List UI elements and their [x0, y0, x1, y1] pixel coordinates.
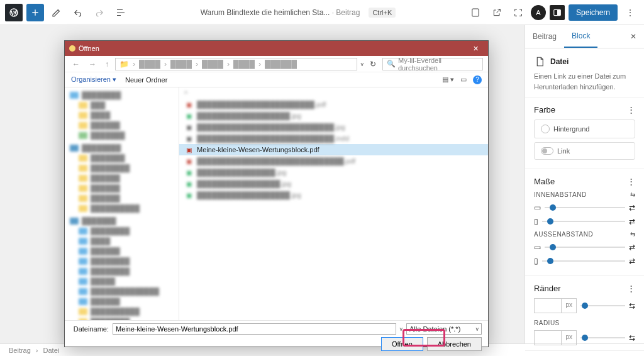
- redo-icon[interactable]: [91, 4, 108, 21]
- help-icon[interactable]: ?: [473, 75, 482, 84]
- section-more-icon[interactable]: ⋮: [627, 177, 635, 186]
- sidebar-toggle-icon[interactable]: [550, 5, 565, 20]
- nav-up-icon[interactable]: ↑: [103, 58, 111, 70]
- section-more-icon[interactable]: ⋮: [627, 284, 635, 293]
- doc-title: Warum Blindtexte die heimlichen Sta...: [201, 8, 330, 17]
- publish-button[interactable]: Speichern: [569, 4, 618, 21]
- editor-canvas: Öffnen ✕ ← → ↑ 📁›████›████›████›████›███…: [0, 25, 525, 343]
- dialog-nav-bar: ← → ↑ 📁›████›████›████›████›██████ v ↻ 🔍…: [65, 56, 488, 72]
- search-field[interactable]: 🔍My-lil-Everdell durchsuchen: [382, 58, 483, 70]
- filetype-combo[interactable]: Alle Dateien (*.*)v: [406, 323, 482, 335]
- file-name-selected: Meine-kleine-Wesen-Wertungsblock.pdf: [197, 146, 319, 153]
- nav-fwd-icon: →: [86, 58, 99, 70]
- padding-h-slider[interactable]: ▭⇄: [534, 203, 635, 212]
- svg-rect-2: [557, 9, 560, 15]
- settings-sidebar: Beitrag Block ✕ Datei Einen Link zu eine…: [525, 25, 644, 343]
- border-title: Ränder: [534, 284, 561, 293]
- link-sides-icon[interactable]: ⇆: [630, 231, 636, 238]
- dialog-titlebar: Öffnen ✕: [65, 41, 488, 56]
- link-sides-icon[interactable]: ⇆: [629, 301, 635, 310]
- file-open-dialog: Öffnen ✕ ← → ↑ 📁›████›████›████›████›███…: [64, 40, 489, 347]
- dialog-toolbar: Organisieren ▾ Neuer Ordner ▤ ▾ ▭ ?: [65, 72, 488, 87]
- open-button[interactable]: Öffnen: [381, 337, 423, 351]
- folder-tree[interactable]: ████████ ███ ████ ██████ ███████ ███████…: [65, 87, 179, 320]
- close-sidebar-icon[interactable]: ✕: [623, 26, 644, 47]
- dims-title: Maße: [534, 177, 555, 186]
- block-name: Datei: [550, 57, 569, 66]
- refresh-icon[interactable]: ↻: [367, 58, 379, 70]
- more-menu-icon[interactable]: ⋮: [621, 4, 639, 21]
- edit-mode-icon[interactable]: [48, 4, 65, 21]
- close-icon[interactable]: ✕: [467, 45, 484, 53]
- device-preview-icon[interactable]: [467, 4, 484, 21]
- nav-back-icon[interactable]: ←: [70, 58, 82, 70]
- section-more-icon[interactable]: ⋮: [627, 105, 635, 114]
- svg-point-3: [69, 45, 75, 52]
- fullscreen-icon[interactable]: [509, 4, 527, 21]
- margin-h-slider[interactable]: ▭⇄: [534, 243, 635, 252]
- shortcut-chip: Ctrl+K: [369, 8, 396, 18]
- bg-color-button[interactable]: Hintergrund: [534, 120, 635, 138]
- tab-post[interactable]: Beitrag: [525, 26, 564, 47]
- add-block-button[interactable]: [26, 4, 44, 21]
- new-folder-button[interactable]: Neuer Ordner: [125, 76, 167, 84]
- view-mode-icon[interactable]: ▤ ▾: [442, 75, 454, 84]
- preview-pane-icon[interactable]: ▭: [460, 75, 467, 84]
- external-preview-icon[interactable]: [488, 4, 506, 21]
- user-avatar[interactable]: A: [531, 5, 546, 20]
- file-list[interactable]: ^ ▣████████████████████████.pdf ▣███████…: [179, 87, 488, 320]
- link-sides-icon[interactable]: ⇆: [629, 333, 635, 342]
- wordpress-logo[interactable]: [5, 4, 23, 21]
- block-desc: Einen Link zu einer Datei zum Herunterla…: [534, 71, 635, 92]
- undo-icon[interactable]: [69, 4, 87, 21]
- cancel-button[interactable]: Abbrechen: [427, 337, 482, 351]
- dialog-footer: Dateiname: v Alle Dateien (*.*)v Öffnen …: [65, 320, 488, 348]
- radius-input[interactable]: px: [534, 330, 577, 345]
- dialog-title: Öffnen: [79, 45, 99, 52]
- post-title-area[interactable]: Warum Blindtexte die heimlichen Sta... ·…: [133, 8, 463, 18]
- breadcrumb-path[interactable]: 📁›████›████›████›████›██████: [115, 58, 357, 70]
- border-width-input[interactable]: px: [534, 298, 577, 313]
- file-icon: [534, 56, 545, 67]
- organise-button[interactable]: Organisieren ▾: [71, 75, 116, 84]
- tab-block[interactable]: Block: [564, 25, 597, 48]
- file-row-selected[interactable]: ▣Meine-kleine-Wesen-Wertungsblock.pdf: [179, 144, 488, 155]
- editor-top-toolbar: Warum Blindtexte die heimlichen Sta... ·…: [0, 0, 644, 25]
- padding-v-slider[interactable]: ▯⇄: [534, 217, 635, 226]
- color-title: Farbe: [534, 105, 555, 114]
- outline-icon[interactable]: [112, 4, 130, 21]
- filename-input[interactable]: [113, 323, 396, 335]
- filename-label: Dateiname:: [71, 325, 109, 333]
- link-sides-icon[interactable]: ⇆: [630, 191, 636, 198]
- margin-v-slider[interactable]: ▯⇄: [534, 257, 635, 265]
- svg-rect-0: [472, 9, 479, 16]
- link-color-button[interactable]: Link: [534, 142, 635, 160]
